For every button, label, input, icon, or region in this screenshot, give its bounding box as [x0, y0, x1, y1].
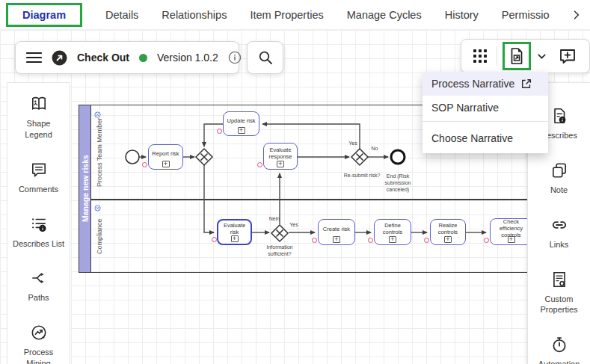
- task-evaluate-response[interactable]: Evaluate response +: [263, 143, 298, 170]
- comments-icon: [30, 161, 48, 179]
- links-icon: [550, 216, 568, 234]
- process-mining-icon: [30, 324, 48, 342]
- diagram-canvas[interactable]: Manage new risks Process Team Member Com…: [0, 30, 590, 364]
- external-link-icon: [520, 78, 532, 90]
- panel-item-label: Automation: [533, 359, 586, 364]
- task-label: Update risk: [227, 117, 256, 124]
- narrative-document-icon[interactable]: [508, 47, 525, 65]
- panel-item-process-mining[interactable]: Process Mining: [13, 324, 65, 364]
- open-question-marker-icon: [257, 162, 262, 167]
- subprocess-marker-icon[interactable]: +: [162, 161, 170, 167]
- check-out-icon[interactable]: [52, 50, 67, 66]
- narrative-menu: Process Narrative SOP Narrative Choose N…: [422, 72, 548, 153]
- task-report-risk[interactable]: Report risk +: [148, 144, 183, 170]
- edge-label-nein: Nein: [269, 216, 280, 223]
- tab-history[interactable]: History: [443, 6, 480, 24]
- automation-icon: [550, 336, 568, 354]
- task-define-controls[interactable]: Define controls +: [374, 219, 411, 245]
- pool-title: Manage new risks: [80, 105, 90, 272]
- lane-type-icon: [94, 201, 101, 208]
- custom-properties-icon: [550, 271, 568, 289]
- menu-hamburger-icon[interactable]: [26, 52, 42, 64]
- shape-legend-icon: [30, 95, 48, 113]
- tab-details[interactable]: Details: [104, 6, 140, 24]
- panel-item-shape-legend[interactable]: Shape Legend: [13, 95, 65, 141]
- open-question-marker-icon: [424, 238, 429, 243]
- panel-item-paths[interactable]: Paths: [13, 269, 65, 303]
- open-question-marker-icon: [484, 238, 489, 243]
- paths-icon: [30, 269, 48, 287]
- tab-permissions[interactable]: Permissio: [500, 6, 551, 24]
- open-question-marker-icon: [312, 238, 317, 243]
- menu-item-label: Process Narrative: [431, 78, 514, 90]
- panel-item-label: Comments: [13, 184, 65, 195]
- left-tool-panel: Shape Legend Comments Describes List Pat…: [7, 82, 70, 364]
- task-update-risk[interactable]: Update risk +: [223, 111, 259, 136]
- search-button[interactable]: [247, 41, 283, 74]
- model-toolbar: Check Out Version 1.0.2: [15, 41, 239, 74]
- panel-item-custom-properties[interactable]: Custom Properties: [533, 271, 586, 316]
- edge-label-yes: Yes: [348, 141, 357, 147]
- add-comment-icon[interactable]: [559, 47, 577, 65]
- narrative-dropdown-chevron-icon[interactable]: [536, 51, 547, 62]
- tab-item-properties[interactable]: Item Properties: [248, 6, 325, 24]
- view-toolbar: [461, 39, 590, 73]
- apps-grid-icon[interactable]: [469, 49, 491, 63]
- open-question-marker-icon: [212, 237, 217, 242]
- task-check-efficiency-controls[interactable]: Check efficiency controls +: [490, 218, 532, 245]
- tab-bar: Diagram Details Relationships Item Prope…: [0, 0, 590, 30]
- version-label: Version 1.0.2: [157, 52, 218, 64]
- task-realize-controls[interactable]: Realize controls +: [430, 219, 466, 245]
- task-evaluate-risk[interactable]: Evaluate risk +: [217, 219, 252, 245]
- search-icon: [258, 50, 273, 65]
- annotation-highlight-narrative-button: [503, 42, 531, 70]
- task-label: Create risk: [323, 226, 350, 232]
- panel-item-label: Note: [533, 185, 586, 196]
- end-event-label: End (Risk submission canceled): [381, 173, 414, 193]
- toolbar-divider: [497, 46, 497, 66]
- subprocess-marker-icon[interactable]: +: [333, 236, 340, 243]
- panel-item-label: Custom Properties: [533, 294, 586, 316]
- panel-item-links[interactable]: Links: [533, 216, 586, 250]
- lane-type-icon: [94, 108, 101, 114]
- panel-item-describes-list[interactable]: Describes List: [13, 215, 65, 250]
- tab-diagram[interactable]: Diagram: [21, 6, 67, 24]
- annotation-highlight-diagram-tab: Diagram: [6, 3, 82, 27]
- open-question-marker-icon: [217, 129, 222, 134]
- task-label: Define controls: [377, 222, 408, 235]
- task-label: Evaluate response: [266, 146, 295, 160]
- edge-label-no: No: [372, 146, 378, 152]
- subprocess-marker-icon[interactable]: +: [231, 235, 239, 242]
- panel-item-comments[interactable]: Comments: [13, 161, 65, 195]
- subprocess-marker-icon[interactable]: +: [444, 236, 452, 243]
- panel-item-automation[interactable]: Automation: [533, 336, 586, 364]
- tabs-overflow-chevron-right-icon[interactable]: [571, 9, 583, 21]
- open-question-marker-icon: [368, 238, 373, 243]
- check-out-button[interactable]: Check Out: [77, 52, 129, 64]
- describes-icon: [550, 107, 568, 125]
- menu-item-sop-narrative[interactable]: SOP Narrative: [422, 96, 548, 120]
- subprocess-marker-icon[interactable]: +: [508, 236, 515, 243]
- info-icon[interactable]: [228, 51, 242, 64]
- task-label: Realize controls: [433, 222, 463, 235]
- task-label: Report risk: [152, 150, 179, 157]
- lane-label-process-team-member: Process Team Member: [96, 105, 106, 199]
- tab-manage-cycles[interactable]: Manage Cycles: [345, 6, 423, 24]
- panel-item-label: Paths: [13, 292, 65, 303]
- describes-list-icon: [30, 215, 48, 233]
- edge-label-yes: Yes: [289, 222, 298, 229]
- tab-relationships[interactable]: Relationships: [160, 6, 228, 24]
- subprocess-marker-icon[interactable]: +: [238, 127, 245, 134]
- subprocess-marker-icon[interactable]: +: [389, 236, 396, 243]
- note-icon: [550, 161, 568, 179]
- gateway-label-information-sufficient: Information sufficient?: [262, 244, 297, 258]
- menu-item-label: Choose Narrative: [431, 132, 513, 144]
- subprocess-marker-icon[interactable]: +: [277, 161, 284, 167]
- menu-item-choose-narrative[interactable]: Choose Narrative: [422, 123, 548, 153]
- panel-item-note[interactable]: Note: [533, 161, 586, 196]
- panel-item-label: Process Mining: [13, 347, 65, 364]
- menu-divider: [422, 121, 548, 122]
- panel-item-label: Describes List: [13, 238, 65, 250]
- menu-item-process-narrative[interactable]: Process Narrative: [422, 72, 548, 96]
- task-create-risk[interactable]: Create risk +: [318, 219, 355, 245]
